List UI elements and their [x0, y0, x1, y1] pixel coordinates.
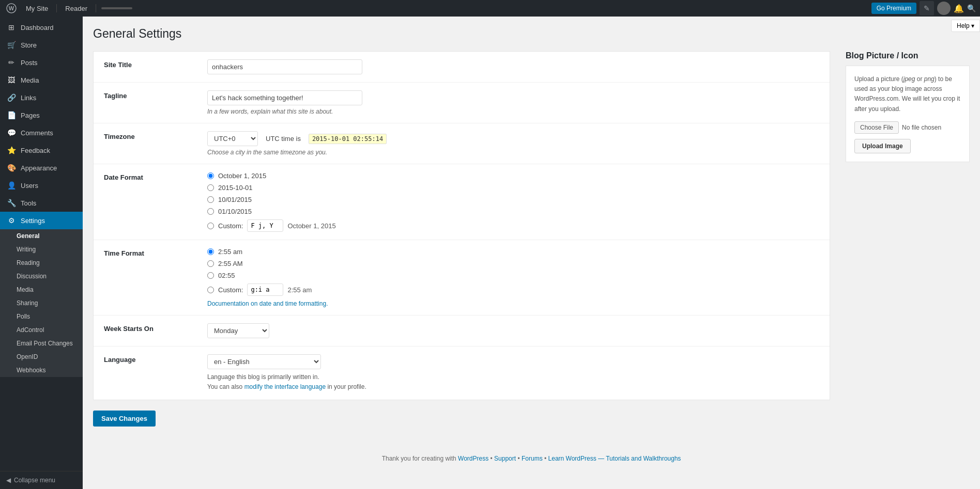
avatar[interactable]	[937, 2, 951, 15]
sidebar-submenu-openid[interactable]: OpenID	[0, 350, 83, 364]
sidebar-submenu-sharing[interactable]: Sharing	[0, 296, 83, 310]
help-button[interactable]: Help ▾	[951, 20, 980, 32]
sidebar-label-dashboard: Dashboard	[21, 24, 54, 31]
main-content: General Settings Site Title	[83, 17, 980, 489]
sidebar-item-tools[interactable]: 🔧 Tools	[0, 194, 83, 212]
my-site-link[interactable]: My Site	[23, 5, 51, 12]
edit-icon-button[interactable]: ✎	[920, 1, 934, 15]
sidebar-item-links[interactable]: 🔗 Links	[0, 89, 83, 106]
date-format-radio-3[interactable]	[207, 196, 214, 203]
timezone-row: Timezone UTC+0 UTC-5 UTC+1 UTC+5:30	[94, 123, 830, 164]
notifications-icon[interactable]: 🔔	[954, 4, 964, 13]
sidebar-submenu-webhooks[interactable]: Webhooks	[0, 364, 83, 377]
time-format-option-2[interactable]: 2:55 AM	[207, 260, 819, 267]
sidebar-item-pages[interactable]: 📄 Pages	[0, 106, 83, 124]
sidebar-submenu-polls[interactable]: Polls	[0, 310, 83, 323]
sidebar: ⊞ Dashboard 🛒 Store ✏ Posts 🖼 Media 🔗 Li…	[0, 17, 83, 489]
time-format-radio-3[interactable]	[207, 272, 214, 279]
date-format-value-1: October 1, 2015	[218, 172, 266, 180]
date-format-radio-1[interactable]	[207, 172, 214, 179]
collapse-menu-label: Collapse menu	[14, 477, 55, 484]
date-format-row: Date Format October 1, 2015 2	[94, 164, 830, 240]
sidebar-submenu-adcontrol[interactable]: AdControl	[0, 323, 83, 337]
date-format-radio-2[interactable]	[207, 184, 214, 191]
form-table: Site Title Tagline In a few words, expla…	[94, 52, 830, 400]
sidebar-submenu-general[interactable]: General	[0, 229, 83, 243]
sidebar-label-comments: Comments	[21, 129, 53, 137]
sidebar-item-feedback[interactable]: ⭐ Feedback	[0, 141, 83, 159]
sidebar-submenu-writing[interactable]: Writing	[0, 243, 83, 256]
page-title: General Settings	[93, 27, 970, 41]
appearance-icon: 🎨	[6, 164, 17, 172]
blog-picture-panel: Blog Picture / Icon Upload a picture (jp…	[846, 51, 970, 162]
time-format-option-3[interactable]: 02:55	[207, 272, 819, 279]
edit-icon: ✎	[924, 4, 930, 12]
sidebar-submenu-discussion[interactable]: Discussion	[0, 270, 83, 283]
language-select[interactable]: en - English fr - Français de - Deutsch …	[207, 354, 321, 369]
date-format-radio-4[interactable]	[207, 208, 214, 215]
date-format-option-4[interactable]: 01/10/2015	[207, 208, 819, 215]
date-format-option-2[interactable]: 2015-10-01	[207, 184, 819, 192]
tagline-input[interactable]	[207, 90, 362, 105]
week-starts-select[interactable]: Sunday Monday Tuesday Wednesday Thursday…	[207, 323, 269, 338]
store-icon: 🛒	[6, 41, 17, 49]
time-format-option-1[interactable]: 2:55 am	[207, 248, 819, 256]
sidebar-item-settings[interactable]: ⚙ Settings	[0, 212, 83, 229]
save-changes-button[interactable]: Save Changes	[93, 411, 156, 427]
jpeg-text: jpeg	[904, 75, 915, 83]
date-format-value-2: 2015-10-01	[218, 184, 253, 192]
language-hint: Language this blog is primarily written …	[207, 372, 819, 392]
time-format-radio-2[interactable]	[207, 260, 214, 267]
sidebar-main-nav: ⊞ Dashboard 🛒 Store ✏ Posts 🖼 Media 🔗 Li…	[0, 17, 83, 379]
wp-logo: W	[4, 1, 19, 15]
date-format-option-1[interactable]: October 1, 2015	[207, 172, 819, 180]
sidebar-item-appearance[interactable]: 🎨 Appearance	[0, 159, 83, 177]
blog-picture-desc: Upload a picture (jpeg or png) to be use…	[854, 74, 961, 114]
reader-link[interactable]: Reader	[62, 5, 90, 12]
lang-hint-text1: Language this blog is primarily written …	[207, 373, 319, 381]
date-format-group: October 1, 2015 2015-10-01 10/01/2015	[207, 172, 819, 232]
sidebar-item-media[interactable]: 🖼 Media	[0, 71, 83, 89]
tagline-row: Tagline In a few words, explain what thi…	[94, 83, 830, 123]
sidebar-item-posts[interactable]: ✏ Posts	[0, 54, 83, 71]
date-format-radio-custom[interactable]	[207, 223, 214, 229]
sidebar-item-comments[interactable]: 💬 Comments	[0, 124, 83, 141]
site-title-input[interactable]	[207, 59, 362, 74]
footer-forums-link[interactable]: Forums	[522, 455, 543, 462]
sidebar-submenu-reading[interactable]: Reading	[0, 256, 83, 270]
lang-interface-link[interactable]: modify the interface language	[244, 383, 326, 390]
feedback-icon: ⭐	[6, 146, 17, 154]
blog-picture-title: Blog Picture / Icon	[846, 51, 970, 60]
footer-wordpress-link[interactable]: WordPress	[458, 455, 488, 462]
footer-learn-link[interactable]: Learn WordPress — Tutorials and Walkthro…	[548, 455, 681, 462]
settings-container: Site Title Tagline In a few words, expla…	[93, 51, 970, 400]
footer-support-link[interactable]: Support	[494, 455, 516, 462]
sidebar-submenu-media[interactable]: Media	[0, 283, 83, 296]
tagline-hint: In a few words, explain what this site i…	[207, 108, 819, 115]
docs-link[interactable]: Documentation on date and time formattin…	[207, 300, 819, 307]
choose-file-button[interactable]: Choose File	[854, 121, 899, 134]
time-format-custom-preview: 2:55 am	[287, 286, 312, 294]
sidebar-label-feedback: Feedback	[21, 147, 50, 154]
sidebar-submenu-email-post-changes[interactable]: Email Post Changes	[0, 337, 83, 350]
time-format-value-3: 02:55	[218, 272, 235, 279]
upload-image-button[interactable]: Upload Image	[854, 139, 911, 153]
page-wrapper: ⊞ Dashboard 🛒 Store ✏ Posts 🖼 Media 🔗 Li…	[0, 17, 980, 489]
sidebar-item-dashboard[interactable]: ⊞ Dashboard	[0, 19, 83, 36]
date-format-custom-input[interactable]	[247, 219, 283, 232]
time-format-radio-custom[interactable]	[207, 287, 214, 293]
collapse-menu-button[interactable]: ◀ Collapse menu	[0, 471, 83, 489]
timezone-select[interactable]: UTC+0 UTC-5 UTC+1 UTC+5:30	[207, 131, 258, 146]
links-icon: 🔗	[6, 93, 17, 102]
date-format-custom-label: Custom:	[218, 222, 243, 230]
sidebar-item-store[interactable]: 🛒 Store	[0, 36, 83, 54]
date-format-option-3[interactable]: 10/01/2015	[207, 196, 819, 203]
topbar: W My Site Reader Go Premium ✎ 🔔 🔍	[0, 0, 980, 17]
time-format-custom-input[interactable]	[247, 283, 283, 296]
search-icon[interactable]: 🔍	[967, 4, 976, 12]
go-premium-button[interactable]: Go Premium	[871, 3, 916, 14]
language-row: Language en - English fr - Français de -…	[94, 346, 830, 400]
sidebar-item-users[interactable]: 👤 Users	[0, 177, 83, 194]
settings-icon: ⚙	[6, 216, 17, 225]
time-format-radio-1[interactable]	[207, 248, 214, 255]
